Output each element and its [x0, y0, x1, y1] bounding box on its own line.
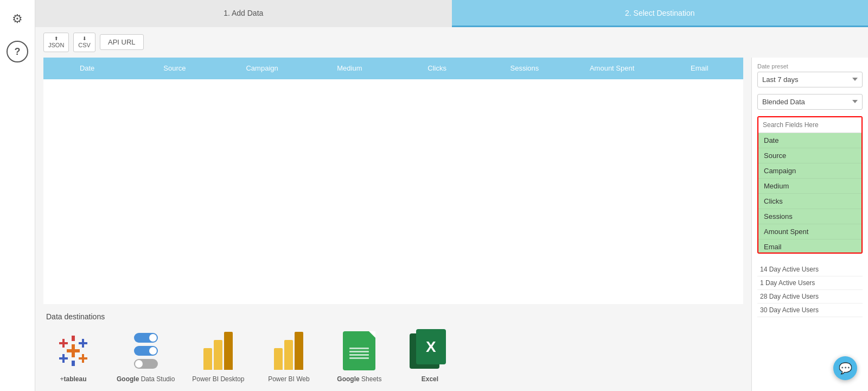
right-panel: Date preset Last 7 days Blended Data Dat… [751, 58, 868, 391]
svg-rect-5 [79, 342, 87, 344]
field-1-day-active-users[interactable]: 1 Day Active Users [757, 276, 863, 290]
col-campaign: Campaign [219, 64, 306, 72]
svg-rect-7 [59, 357, 68, 360]
destination-google-data-studio[interactable]: Google Data Studio [117, 329, 175, 383]
field-source[interactable]: Source [758, 148, 861, 163]
field-amount-spent[interactable]: Amount Spent [758, 224, 861, 239]
svg-rect-3 [59, 342, 68, 344]
api-url-button[interactable]: API URL [100, 34, 144, 50]
field-date[interactable]: Date [758, 133, 861, 148]
svg-rect-1 [67, 349, 80, 352]
search-fields-input[interactable] [758, 117, 861, 133]
powerbi-desktop-label: Power BI Desktop [192, 375, 244, 383]
col-amount-spent: Amount Spent [569, 64, 656, 72]
col-email: Email [656, 64, 743, 72]
tab-add-data[interactable]: 1. Add Data [35, 0, 452, 27]
csv-button[interactable]: ⬇ CSV [73, 33, 95, 52]
toolbar: ⬆ JSON ⬇ CSV API URL [35, 27, 868, 58]
field-28-day-active-users[interactable]: 28 Day Active Users [757, 290, 863, 304]
svg-rect-9 [79, 357, 87, 360]
powerbi-desktop-logo [196, 329, 240, 373]
search-fields-container: Date Source Campaign Medium Clicks Sessi… [757, 116, 863, 254]
destination-excel[interactable]: X Excel [403, 329, 457, 383]
destination-powerbi-desktop[interactable]: Power BI Desktop [191, 329, 245, 383]
tableau-logo [52, 329, 95, 373]
destinations-section: Data destinations [35, 304, 751, 391]
field-campaign[interactable]: Campaign [758, 163, 861, 179]
powerbi-web-logo [267, 329, 310, 373]
gear-icon[interactable]: ⚙ [7, 8, 28, 30]
main-content: 1. Add Data 2. Select Destination ⬆ JSON… [35, 0, 868, 391]
destinations-grid: +tableau [46, 329, 741, 383]
chat-button[interactable]: 💬 [833, 356, 857, 380]
col-source: Source [131, 64, 218, 72]
field-clicks[interactable]: Clicks [758, 194, 861, 209]
destination-powerbi-web[interactable]: Power BI Web [261, 329, 316, 383]
svg-rect-11 [72, 361, 75, 366]
help-icon[interactable]: ? [7, 41, 28, 62]
col-clicks: Clicks [393, 64, 481, 72]
field-sessions[interactable]: Sessions [758, 209, 861, 224]
col-date: Date [43, 64, 131, 72]
field-30-day-active-users[interactable]: 30 Day Active Users [757, 304, 863, 317]
table-header: Date Source Campaign Medium Clicks Sessi… [43, 58, 743, 79]
left-panel: Date Source Campaign Medium Clicks Sessi… [35, 58, 751, 391]
svg-rect-10 [72, 336, 75, 341]
field-medium[interactable]: Medium [758, 179, 861, 194]
sidebar: ⚙ ? [0, 0, 35, 391]
field-14-day-active-users[interactable]: 14 Day Active Users [757, 263, 863, 276]
top-tabs: 1. Add Data 2. Select Destination [35, 0, 868, 27]
tableau-label: +tableau [60, 375, 86, 383]
destination-google-sheets[interactable]: Google Sheets [332, 329, 386, 383]
date-preset-label: Date preset [757, 63, 863, 70]
google-sheets-label: Google Sheets [337, 375, 381, 383]
powerbi-web-label: Power BI Web [268, 375, 309, 383]
col-sessions: Sessions [481, 64, 568, 72]
destination-tableau[interactable]: +tableau [46, 329, 100, 383]
fields-list: Date Source Campaign Medium Clicks Sessi… [758, 133, 861, 253]
tab-select-destination[interactable]: 2. Select Destination [452, 0, 869, 27]
content-area: Date Source Campaign Medium Clicks Sessi… [35, 58, 868, 391]
destinations-title: Data destinations [46, 312, 741, 321]
google-data-studio-label: Google Data Studio [117, 375, 175, 383]
excel-logo: X [408, 329, 451, 373]
blended-data-select[interactable]: Blended Data [757, 94, 863, 110]
google-data-studio-logo [124, 329, 168, 373]
excel-label: Excel [422, 375, 438, 383]
table-body [43, 79, 743, 304]
json-button[interactable]: ⬆ JSON [43, 33, 69, 52]
field-email[interactable]: Email [758, 239, 861, 253]
google-sheets-logo [337, 329, 381, 373]
col-medium: Medium [306, 64, 393, 72]
extra-fields: 14 Day Active Users 1 Day Active Users 2… [757, 263, 863, 317]
date-preset-select[interactable]: Last 7 days [757, 72, 863, 87]
